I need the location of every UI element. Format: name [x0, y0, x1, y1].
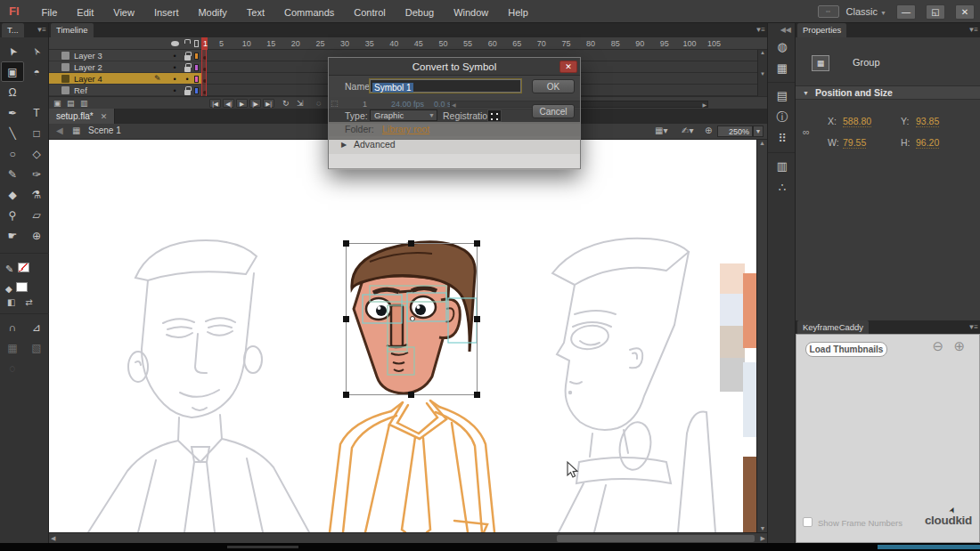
- menu-item-file[interactable]: File: [32, 7, 68, 18]
- object-drawing-icon[interactable]: ⊿: [25, 317, 48, 337]
- swap-colors-icon[interactable]: ⇄: [25, 297, 32, 307]
- panel-menu-icon[interactable]: ▼≡: [36, 26, 45, 34]
- layer-outline-color[interactable]: [194, 53, 199, 60]
- pencil-tool-icon[interactable]: ✎: [1, 164, 24, 184]
- zoom-dropdown-icon[interactable]: ▼: [753, 126, 764, 137]
- brush-tool-icon[interactable]: ✑: [25, 164, 48, 184]
- black-white-icon[interactable]: ◧: [7, 297, 15, 307]
- snap-magnet-icon[interactable]: ∩: [1, 317, 24, 337]
- hand-tool-icon[interactable]: ☛: [1, 225, 24, 246]
- advanced-label[interactable]: Advanced: [354, 139, 396, 150]
- layer-row-layer-4[interactable]: Layer 4✎••: [49, 73, 201, 85]
- info-panel-icon[interactable]: ⓘ: [768, 107, 796, 128]
- timeline-tab[interactable]: Timeline: [51, 23, 94, 37]
- keyframecaddy-tab[interactable]: KeyframeCaddy: [797, 320, 869, 335]
- ink-bottle-tool-icon[interactable]: ⚗: [25, 184, 48, 205]
- play-button[interactable]: ▶: [236, 99, 248, 108]
- layer-visibility-toggle[interactable]: •: [170, 52, 179, 61]
- loop-playback-icon[interactable]: ↻: [282, 99, 290, 108]
- layer-row-layer-2[interactable]: Layer 2•: [49, 61, 201, 73]
- onion-skin-icon[interactable]: ◌: [316, 99, 321, 108]
- pen-tool-icon[interactable]: ✒: [1, 102, 24, 123]
- panel-menu-icon[interactable]: ▼≡: [968, 26, 977, 34]
- eyedropper-tool-icon[interactable]: ⚲: [1, 205, 24, 225]
- layer-visibility-toggle[interactable]: •: [170, 86, 179, 95]
- position-size-section-header[interactable]: ▼ Position and Size: [796, 85, 980, 100]
- layer-visibility-toggle[interactable]: •: [170, 75, 179, 84]
- subselection-tool-icon[interactable]: ➢: [25, 41, 48, 61]
- tab-close-icon[interactable]: ✕: [101, 112, 108, 121]
- edit-symbols-icon[interactable]: ✍▾: [682, 126, 693, 135]
- lasso-tool-icon[interactable]: Ω: [1, 82, 24, 102]
- straighten-option-icon[interactable]: ▧: [25, 337, 48, 358]
- 3d-rotation-tool-icon[interactable]: ◓: [25, 61, 48, 82]
- rectangle-tool-icon[interactable]: □: [25, 123, 48, 143]
- align-panel-icon[interactable]: ▤: [768, 85, 796, 107]
- layer-name[interactable]: Layer 4: [74, 74, 102, 84]
- x-value[interactable]: 588.80: [843, 116, 871, 127]
- swatches-panel-icon[interactable]: ▦: [768, 58, 796, 79]
- canvas-vscrollbar[interactable]: ▲▼: [756, 140, 767, 532]
- timeline-scrollbar[interactable]: ▲▼: [757, 50, 767, 96]
- free-transform-tool-icon[interactable]: ▣: [1, 61, 24, 82]
- h-value[interactable]: 96.20: [916, 137, 939, 149]
- prev-frame-button[interactable]: ◀|: [223, 99, 234, 108]
- lock-aspect-icon[interactable]: ∞: [803, 126, 810, 137]
- zoom-out-icon[interactable]: ⊖: [932, 338, 943, 354]
- menu-item-window[interactable]: Window: [444, 7, 498, 18]
- layer-outline-color[interactable]: [194, 76, 199, 83]
- text-tool-icon[interactable]: T: [25, 102, 48, 123]
- layer-row-ref[interactable]: Ref•: [49, 85, 201, 96]
- zoom-in-icon[interactable]: ⊕: [953, 338, 965, 354]
- zoom-tool-icon[interactable]: ⊕: [25, 225, 48, 246]
- registration-grid[interactable]: [487, 109, 502, 122]
- new-layer-button[interactable]: ▣: [53, 99, 61, 108]
- stroke-color-control[interactable]: ✎: [5, 260, 29, 276]
- transform-panel-icon[interactable]: ⠿: [768, 128, 796, 150]
- paint-bucket-tool-icon[interactable]: ◆: [1, 184, 24, 205]
- center-frame-icon[interactable]: ⊕: [705, 126, 712, 135]
- panel-menu-icon[interactable]: ▼≡: [968, 323, 977, 331]
- layer-lock-toggle[interactable]: •: [183, 75, 192, 84]
- document-tab[interactable]: setup.fla*✕: [49, 109, 115, 124]
- layer-name[interactable]: Layer 2: [74, 62, 102, 72]
- go-first-frame-button[interactable]: |◀: [209, 99, 221, 108]
- advanced-expander-icon[interactable]: ▶: [341, 141, 347, 149]
- color-panel-icon[interactable]: ◍: [768, 36, 796, 58]
- dialog-close-button[interactable]: ✕: [559, 61, 577, 73]
- layer-visibility-toggle[interactable]: •: [170, 63, 179, 72]
- layer-name[interactable]: Layer 3: [74, 51, 102, 61]
- layer-outline-color[interactable]: [194, 87, 199, 94]
- panel-menu-icon[interactable]: ▼≡: [755, 26, 764, 34]
- fill-color-control[interactable]: ◆: [5, 280, 28, 296]
- restore-button[interactable]: ◱: [926, 4, 945, 20]
- edit-scene-icon[interactable]: ▦▾: [655, 126, 667, 135]
- layer-name[interactable]: Ref: [74, 85, 87, 95]
- go-last-frame-button[interactable]: ▶|: [263, 99, 274, 108]
- stroke-color-swatch[interactable]: [18, 263, 29, 272]
- show-frame-numbers-checkbox[interactable]: [803, 517, 813, 527]
- layer-row-layer-3[interactable]: Layer 3•: [49, 50, 201, 61]
- canvas-hscrollbar[interactable]: ◀ ▶: [49, 532, 767, 543]
- cancel-button[interactable]: Cancel: [532, 104, 575, 118]
- back-arrow-icon[interactable]: ◀: [56, 126, 63, 135]
- library-panel-icon[interactable]: ▥: [768, 156, 796, 177]
- symbol-name-input[interactable]: Symbol 1: [370, 79, 521, 93]
- menu-item-edit[interactable]: Edit: [67, 7, 103, 18]
- motion-presets-icon[interactable]: ∴: [768, 177, 796, 199]
- folder-link[interactable]: Library root: [382, 124, 429, 134]
- stage-canvas[interactable]: ▲▼ ◀ ▶: [49, 140, 767, 543]
- center-frame-icon[interactable]: ⇲: [297, 99, 304, 108]
- menu-item-view[interactable]: View: [103, 7, 144, 18]
- menu-item-help[interactable]: Help: [498, 7, 538, 18]
- fill-color-swatch[interactable]: [16, 282, 28, 292]
- menu-item-modify[interactable]: Modify: [188, 7, 236, 18]
- menu-item-text[interactable]: Text: [237, 7, 274, 18]
- load-thumbnails-button[interactable]: Load Thumbnails: [805, 342, 887, 357]
- tools-panel-tab[interactable]: T...: [2, 23, 24, 37]
- delete-layer-button[interactable]: ▥: [80, 99, 88, 108]
- smooth-option-icon[interactable]: ▦: [1, 337, 24, 358]
- selection-tool-icon[interactable]: ➤: [1, 41, 24, 61]
- properties-tab[interactable]: Properties: [797, 23, 846, 37]
- polystar-tool-icon[interactable]: ◇: [25, 143, 48, 164]
